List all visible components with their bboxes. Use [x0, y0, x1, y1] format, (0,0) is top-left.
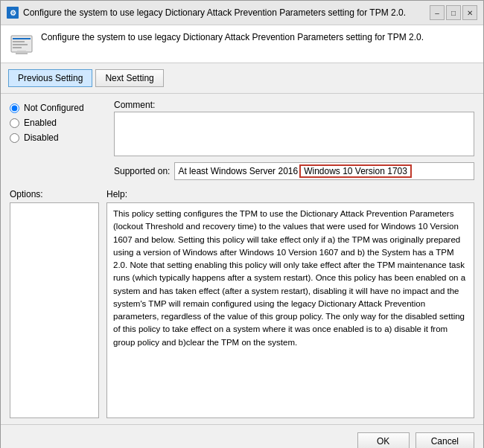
enabled-label: Enabled	[24, 118, 57, 128]
svg-rect-6	[16, 53, 28, 54]
svg-rect-4	[13, 47, 22, 48]
supported-highlighted-text: Windows 10 Version 1703	[299, 164, 412, 178]
close-button[interactable]: ✕	[462, 5, 477, 20]
comment-label: Comment:	[114, 100, 474, 110]
disabled-radio[interactable]	[10, 133, 19, 143]
help-group: Help: This policy setting configures the…	[106, 189, 474, 418]
header-icon	[10, 33, 34, 57]
not-configured-radio[interactable]	[10, 103, 19, 113]
radio-section: Not Configured Enabled Disabled	[10, 100, 99, 186]
options-box	[10, 202, 99, 418]
minimize-button[interactable]: –	[430, 5, 445, 20]
enabled-radio[interactable]	[10, 118, 19, 128]
options-group: Options:	[10, 189, 99, 418]
not-configured-label: Not Configured	[24, 103, 84, 113]
svg-rect-5	[17, 51, 26, 53]
dialog-window: ⚙ Configure the system to use legacy Dic…	[0, 0, 484, 448]
content-area: Not Configured Enabled Disabled Comment:	[1, 94, 483, 424]
bottom-section: Options: Help: This policy setting confi…	[10, 189, 474, 418]
header-text: Configure the system to use legacy Dicti…	[41, 31, 424, 44]
config-row: Not Configured Enabled Disabled Comment:	[10, 100, 474, 186]
options-label: Options:	[10, 189, 99, 199]
right-section: Comment: Supported on: At least Windows …	[114, 100, 474, 186]
title-bar: ⚙ Configure the system to use legacy Dic…	[1, 1, 483, 25]
previous-setting-button[interactable]: Previous Setting	[8, 69, 92, 87]
svg-rect-1	[13, 38, 31, 39]
nav-buttons: Previous Setting Next Setting	[1, 63, 483, 94]
svg-rect-3	[13, 44, 28, 45]
help-text: This policy setting configures the TPM t…	[113, 209, 465, 347]
supported-on-row: Supported on: At least Windows Server 20…	[114, 162, 474, 180]
ok-button[interactable]: OK	[357, 432, 410, 448]
help-text-box[interactable]: This policy setting configures the TPM t…	[106, 202, 474, 418]
comment-textarea[interactable]	[114, 112, 474, 156]
not-configured-option[interactable]: Not Configured	[10, 103, 99, 113]
disabled-label: Disabled	[24, 132, 59, 143]
maximize-button[interactable]: □	[446, 5, 461, 20]
header-section: Configure the system to use legacy Dicti…	[1, 25, 483, 63]
next-setting-button[interactable]: Next Setting	[95, 69, 163, 87]
title-bar-left: ⚙ Configure the system to use legacy Dic…	[7, 7, 406, 19]
disabled-option[interactable]: Disabled	[10, 132, 99, 143]
supported-normal-text: At least Windows Server 2016	[178, 166, 298, 176]
title-bar-controls: – □ ✕	[430, 5, 477, 20]
svg-rect-2	[13, 41, 25, 42]
app-icon: ⚙	[7, 7, 19, 19]
supported-on-label: Supported on:	[114, 166, 170, 176]
supported-on-value: At least Windows Server 2016 Windows 10 …	[174, 162, 474, 180]
title-text: Configure the system to use legacy Dicti…	[23, 7, 406, 18]
footer: OK Cancel	[1, 424, 483, 448]
enabled-option[interactable]: Enabled	[10, 118, 99, 128]
comment-group: Comment:	[114, 100, 474, 156]
cancel-button[interactable]: Cancel	[415, 432, 474, 448]
help-label: Help:	[106, 189, 474, 199]
